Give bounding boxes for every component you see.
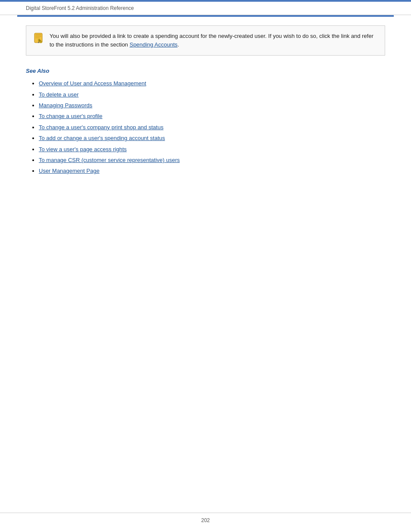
note-text-before: You will also be provided a link to crea… bbox=[50, 33, 374, 48]
list-item: User Management Page bbox=[39, 166, 385, 176]
page-number: 202 bbox=[201, 517, 210, 523]
see-also-heading: See Also bbox=[26, 68, 385, 74]
see-also-section: See Also Overview of User and Access Man… bbox=[26, 68, 385, 176]
page-footer: 202 bbox=[0, 513, 411, 523]
list-item: Overview of User and Access Management bbox=[39, 78, 385, 88]
see-also-link-0[interactable]: Overview of User and Access Management bbox=[39, 80, 146, 87]
main-content: You will also be provided a link to crea… bbox=[0, 17, 411, 203]
list-item: Managing Passwords bbox=[39, 100, 385, 110]
list-item: To delete a user bbox=[39, 90, 385, 100]
svg-rect-1 bbox=[35, 34, 41, 35]
see-also-link-6[interactable]: To view a user's page access rights bbox=[39, 146, 127, 152]
svg-rect-3 bbox=[35, 37, 40, 38]
list-item: To manage CSR (customer service represen… bbox=[39, 155, 385, 165]
list-item: To view a user's page access rights bbox=[39, 144, 385, 154]
see-also-link-8[interactable]: User Management Page bbox=[39, 168, 100, 174]
see-also-link-7[interactable]: To manage CSR (customer service represen… bbox=[39, 157, 180, 163]
see-also-link-1[interactable]: To delete a user bbox=[39, 91, 79, 98]
see-also-link-4[interactable]: To change a user's company print shop an… bbox=[39, 124, 163, 131]
see-also-link-2[interactable]: Managing Passwords bbox=[39, 102, 92, 109]
note-text: You will also be provided a link to crea… bbox=[50, 32, 378, 49]
note-text-after: . bbox=[177, 41, 179, 48]
svg-rect-2 bbox=[35, 36, 41, 37]
note-box: You will also be provided a link to crea… bbox=[26, 25, 385, 56]
note-icon bbox=[33, 32, 45, 44]
spending-accounts-link[interactable]: Spending Accounts bbox=[130, 41, 177, 48]
document-title: Digital StoreFront 5.2 Administration Re… bbox=[26, 5, 134, 11]
list-item: To add or change a user's spending accou… bbox=[39, 133, 385, 143]
see-also-link-5[interactable]: To add or change a user's spending accou… bbox=[39, 135, 165, 141]
page-header: Digital StoreFront 5.2 Administration Re… bbox=[0, 2, 411, 15]
list-item: To change a user's company print shop an… bbox=[39, 122, 385, 132]
see-also-link-3[interactable]: To change a user's profile bbox=[39, 113, 103, 119]
see-also-list: Overview of User and Access ManagementTo… bbox=[26, 78, 385, 176]
list-item: To change a user's profile bbox=[39, 111, 385, 121]
